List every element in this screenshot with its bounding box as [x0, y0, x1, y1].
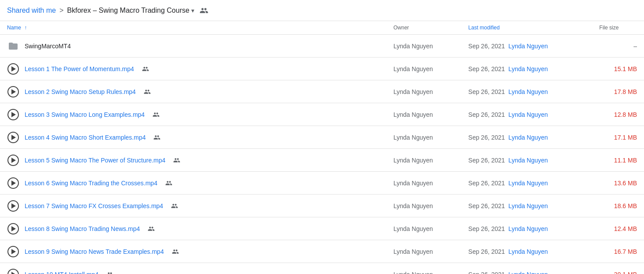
modified-cell: Sep 26, 2021Lynda Nguyen	[461, 263, 592, 274]
chevron-down-icon[interactable]: ▾	[191, 7, 194, 14]
modified-by: Lynda Nguyen	[509, 134, 548, 141]
folder-icon	[7, 40, 19, 52]
file-size-cell: 12.8 MB	[592, 103, 644, 126]
modified-date: Sep 26, 2021	[468, 180, 505, 187]
shared-people-icon	[142, 65, 149, 72]
video-play-icon	[7, 177, 19, 189]
table-row: Lesson 7 Swing Macro FX Crosses Examples…	[0, 195, 644, 217]
table-row: Lesson 1 The Power of Momentum.mp4Lynda …	[0, 58, 644, 80]
name-cell: Lesson 7 Swing Macro FX Crosses Examples…	[0, 195, 386, 217]
file-name[interactable]: Lesson 5 Swing Macro The Power of Struct…	[25, 157, 165, 164]
modified-cell: Sep 26, 2021Lynda Nguyen	[461, 195, 592, 217]
file-name[interactable]: Lesson 10 MT4 Install.mp4	[25, 271, 98, 274]
modified-by: Lynda Nguyen	[509, 180, 548, 187]
sort-ascending-icon: ↑	[24, 25, 27, 31]
modified-date: Sep 26, 2021	[468, 43, 505, 50]
name-cell: Lesson 9 Swing Macro News Trade Examples…	[0, 240, 386, 263]
name-cell: Lesson 4 Swing Macro Short Examples.mp4	[0, 126, 386, 149]
owner-cell: Lynda Nguyen	[386, 126, 461, 149]
modified-by: Lynda Nguyen	[509, 225, 548, 232]
file-table: Name ↑ Owner Last modified File size Swi…	[0, 21, 644, 274]
table-row: Lesson 9 Swing Macro News Trade Examples…	[0, 240, 644, 263]
file-name[interactable]: Lesson 2 Swing Macro Setup Rules.mp4	[25, 88, 136, 95]
file-name[interactable]: Lesson 4 Swing Macro Short Examples.mp4	[25, 134, 146, 141]
owner-cell: Lynda Nguyen	[386, 35, 461, 58]
name-cell: Lesson 5 Swing Macro The Power of Struct…	[0, 149, 386, 172]
file-size-cell: 16.7 MB	[592, 240, 644, 263]
modified-date: Sep 26, 2021	[468, 88, 505, 95]
shared-people-icon	[173, 157, 180, 164]
table-row: Lesson 8 Swing Macro Trading News.mp4Lyn…	[0, 217, 644, 240]
modified-by: Lynda Nguyen	[509, 157, 548, 164]
shared-people-icon	[172, 248, 179, 255]
video-play-icon	[7, 223, 19, 235]
owner-cell: Lynda Nguyen	[386, 58, 461, 80]
file-name[interactable]: SwingMarcoMT4	[25, 43, 71, 50]
file-name[interactable]: Lesson 8 Swing Macro Trading News.mp4	[25, 225, 140, 232]
owner-cell: Lynda Nguyen	[386, 149, 461, 172]
video-play-icon	[7, 108, 19, 121]
table-row: Lesson 2 Swing Macro Setup Rules.mp4Lynd…	[0, 80, 644, 103]
modified-by: Lynda Nguyen	[509, 88, 548, 95]
modified-cell: Sep 26, 2021Lynda Nguyen	[461, 58, 592, 80]
table-header-row: Name ↑ Owner Last modified File size	[0, 21, 644, 35]
modified-date: Sep 26, 2021	[468, 202, 505, 209]
modified-by: Lynda Nguyen	[509, 111, 548, 118]
breadcrumb-separator: >	[59, 7, 63, 14]
table-row: Lesson 6 Swing Macro Trading the Crosses…	[0, 172, 644, 195]
video-play-icon	[7, 86, 19, 98]
shared-people-icon	[148, 225, 155, 232]
modified-cell: Sep 26, 2021Lynda Nguyen	[461, 103, 592, 126]
table-row: SwingMarcoMT4Lynda NguyenSep 26, 2021Lyn…	[0, 35, 644, 58]
shared-people-icon	[106, 271, 113, 274]
file-size-cell: 17.1 MB	[592, 126, 644, 149]
modified-cell: Sep 26, 2021Lynda Nguyen	[461, 172, 592, 195]
owner-cell: Lynda Nguyen	[386, 263, 461, 274]
name-cell: Lesson 6 Swing Macro Trading the Crosses…	[0, 172, 386, 195]
video-play-icon	[7, 63, 19, 75]
modified-cell: Sep 26, 2021Lynda Nguyen	[461, 149, 592, 172]
file-size-column-header: File size	[592, 21, 644, 35]
modified-cell: Sep 26, 2021Lynda Nguyen	[461, 35, 592, 58]
modified-date: Sep 26, 2021	[468, 271, 505, 274]
modified-date: Sep 26, 2021	[468, 111, 505, 118]
shared-people-icon	[153, 134, 160, 141]
file-size-cell: 15.1 MB	[592, 58, 644, 80]
owner-cell: Lynda Nguyen	[386, 217, 461, 240]
modified-by: Lynda Nguyen	[509, 43, 548, 50]
table-row: Lesson 10 MT4 Install.mp4Lynda NguyenSep…	[0, 263, 644, 274]
name-column-header[interactable]: Name ↑	[0, 21, 386, 35]
name-cell: Lesson 2 Swing Macro Setup Rules.mp4	[0, 80, 386, 103]
owner-column-header: Owner	[386, 21, 461, 35]
breadcrumb-current-folder: Bkforex – Swing Macro Trading Course	[67, 7, 189, 14]
shared-with-me-link[interactable]: Shared with me	[7, 7, 56, 14]
file-size-cell: 18.6 MB	[592, 195, 644, 217]
last-modified-column-header[interactable]: Last modified	[461, 21, 592, 35]
table-row: Lesson 4 Swing Macro Short Examples.mp4L…	[0, 126, 644, 149]
owner-cell: Lynda Nguyen	[386, 80, 461, 103]
file-name[interactable]: Lesson 1 The Power of Momentum.mp4	[25, 65, 134, 72]
file-name[interactable]: Lesson 6 Swing Macro Trading the Crosses…	[25, 180, 157, 187]
modified-by: Lynda Nguyen	[509, 202, 548, 209]
file-name[interactable]: Lesson 9 Swing Macro News Trade Examples…	[25, 248, 164, 255]
share-people-icon[interactable]	[200, 6, 208, 15]
modified-date: Sep 26, 2021	[468, 134, 505, 141]
name-cell: SwingMarcoMT4	[0, 35, 386, 58]
file-name[interactable]: Lesson 3 Swing Macro Long Examples.mp4	[25, 111, 145, 118]
modified-cell: Sep 26, 2021Lynda Nguyen	[461, 217, 592, 240]
shared-people-icon	[171, 202, 178, 209]
table-row: Lesson 3 Swing Macro Long Examples.mp4Ly…	[0, 103, 644, 126]
modified-date: Sep 26, 2021	[468, 248, 505, 255]
modified-cell: Sep 26, 2021Lynda Nguyen	[461, 240, 592, 263]
breadcrumb: Shared with me > Bkforex – Swing Macro T…	[0, 0, 644, 21]
modified-date: Sep 26, 2021	[468, 65, 505, 72]
modified-by: Lynda Nguyen	[509, 248, 548, 255]
file-size-cell: –	[592, 35, 644, 58]
modified-by: Lynda Nguyen	[509, 271, 548, 274]
file-name[interactable]: Lesson 7 Swing Macro FX Crosses Examples…	[25, 202, 163, 209]
name-cell: Lesson 8 Swing Macro Trading News.mp4	[0, 217, 386, 240]
table-row: Lesson 5 Swing Macro The Power of Struct…	[0, 149, 644, 172]
modified-date: Sep 26, 2021	[468, 225, 505, 232]
file-size-cell: 17.8 MB	[592, 80, 644, 103]
shared-people-icon	[144, 88, 151, 95]
